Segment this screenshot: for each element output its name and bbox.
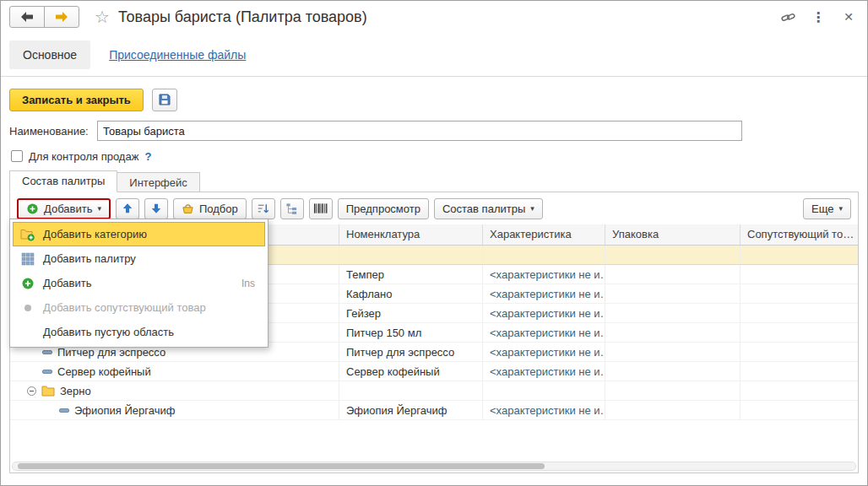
arrow-down-icon <box>150 202 162 214</box>
characteristic-cell <box>483 246 605 264</box>
more-menu-icon[interactable]: ⋮ <box>810 8 827 25</box>
tree-cell: Эфиопия Йергачиф <box>10 401 339 419</box>
menu-item-label: Добавить сопутствующий товар <box>43 301 206 314</box>
barcode-button[interactable] <box>309 198 333 219</box>
packaging-cell <box>605 401 741 419</box>
related-cell <box>741 304 858 322</box>
packaging-cell <box>605 265 741 284</box>
nomenclature-cell: Эфиопия Йергачиф <box>339 401 483 419</box>
scrollbar-thumb[interactable] <box>18 463 545 469</box>
barcode-icon <box>313 202 328 214</box>
tab-palette-composition[interactable]: Состав палитры <box>9 170 117 192</box>
back-button[interactable] <box>9 6 45 28</box>
more-actions-button[interactable]: Еще ▾ <box>803 198 851 219</box>
header-nomenclature[interactable]: Номенклатура <box>339 224 483 245</box>
packaging-cell <box>605 362 741 381</box>
forward-arrow-icon <box>55 11 68 23</box>
packaging-cell <box>605 304 741 322</box>
hierarchy-view-button[interactable] <box>280 198 304 219</box>
characteristic-cell: <характеристики не и… <box>483 284 605 303</box>
packaging-cell <box>605 246 741 264</box>
nomenclature-cell <box>339 246 483 264</box>
page-title: Товары бариста (Палитра товаров) <box>118 8 367 26</box>
chevron-down-icon: ▾ <box>838 205 843 213</box>
move-down-button[interactable] <box>144 198 168 219</box>
nomenclature-cell <box>339 381 483 400</box>
menu-item-add-empty-area[interactable]: Добавить пустую область <box>13 320 265 344</box>
table-row[interactable]: Зерно <box>10 381 858 401</box>
characteristic-cell: <характеристики не и… <box>483 401 605 419</box>
pick-button-label: Подбор <box>199 202 238 215</box>
characteristic-cell: <характеристики не и… <box>483 343 605 361</box>
sort-order-button[interactable] <box>252 198 275 219</box>
move-up-button[interactable] <box>116 198 139 219</box>
name-input[interactable] <box>97 121 742 141</box>
menu-item-add-category[interactable]: Добавить категорию <box>13 222 265 246</box>
header-packaging[interactable]: Упаковка <box>605 224 741 245</box>
nomenclature-cell: Питчер 150 мл <box>339 323 483 342</box>
related-cell <box>741 246 858 264</box>
tree-cell: Зерно <box>10 381 339 400</box>
favorite-star-icon[interactable]: ☆ <box>95 8 110 25</box>
close-icon[interactable]: ✕ <box>840 8 857 25</box>
pick-button[interactable]: Подбор <box>173 198 247 219</box>
name-label: Наименование: <box>9 125 97 138</box>
characteristic-cell: <характеристики не и… <box>483 265 605 284</box>
link-icon[interactable] <box>779 8 796 25</box>
header-related[interactable]: Сопутствующий то… <box>741 224 858 245</box>
tab-main[interactable]: Основное <box>9 40 90 69</box>
arrow-up-icon <box>122 202 133 214</box>
basket-icon <box>182 202 194 215</box>
horizontal-scrollbar[interactable] <box>12 462 856 471</box>
sort-icon <box>257 202 269 215</box>
table-row[interactable]: Сервер кофейный Сервер кофейный <характе… <box>10 362 858 381</box>
add-dropdown-button[interactable]: Добавить ▾ <box>17 198 111 219</box>
characteristic-cell: <характеристики не и… <box>483 304 605 322</box>
packaging-cell <box>605 381 741 400</box>
related-cell <box>741 323 858 342</box>
titlebar: ☆ Товары бариста (Палитра товаров) ⋮ ✕ <box>1 1 867 33</box>
preview-button[interactable]: Предпросмотр <box>338 198 429 219</box>
add-dropdown-menu: Добавить категорию Добавить палитру Доба… <box>9 219 269 348</box>
table-row[interactable]: Эфиопия Йергачиф Эфиопия Йергачиф <харак… <box>10 401 858 420</box>
tab-attached-files[interactable]: Присоединенные файлы <box>109 48 246 62</box>
help-link[interactable]: ? <box>144 150 151 163</box>
preview-button-label: Предпросмотр <box>346 202 420 215</box>
related-cell <box>741 401 858 419</box>
menu-item-add-palette[interactable]: Добавить палитру <box>13 246 265 271</box>
related-cell <box>741 343 858 361</box>
sales-control-checkbox[interactable] <box>11 150 23 162</box>
packaging-cell <box>605 284 741 303</box>
related-cell <box>741 284 858 303</box>
grey-dot-icon <box>21 301 35 315</box>
floppy-icon <box>158 93 171 106</box>
empty-icon-slot <box>20 325 35 339</box>
related-cell <box>741 381 858 400</box>
sales-control-row: Для контроля продаж ? <box>1 146 867 166</box>
plus-circle-icon <box>26 202 39 215</box>
command-bar: Записать и закрыть <box>1 84 867 116</box>
nomenclature-cell: Кафлано <box>339 284 483 303</box>
nomenclature-cell: Сервер кофейный <box>339 362 483 381</box>
save-and-close-button[interactable]: Записать и закрыть <box>9 89 144 111</box>
save-button[interactable] <box>152 89 177 111</box>
related-cell <box>741 265 858 284</box>
menu-item-label: Добавить <box>43 277 91 289</box>
name-field-row: Наименование: <box>1 119 867 143</box>
item-icon <box>59 408 69 413</box>
nomenclature-cell: Темпер <box>339 265 483 284</box>
section-tabs: Основное Присоединенные файлы <box>1 33 867 77</box>
header-characteristic[interactable]: Характеристика <box>483 224 605 245</box>
composition-label: Состав палитры <box>442 202 525 215</box>
collapse-expander-icon[interactable] <box>27 386 36 396</box>
back-arrow-icon <box>20 11 34 23</box>
tree-structure-icon <box>285 202 298 215</box>
menu-item-label: Добавить палитру <box>43 252 136 265</box>
palette-composition-dropdown[interactable]: Состав палитры ▾ <box>434 198 543 219</box>
menu-item-add[interactable]: Добавить Ins <box>13 271 265 295</box>
chevron-down-icon: ▾ <box>530 205 534 213</box>
nomenclature-cell: Питчер для эспрессо <box>339 343 483 361</box>
tab-interface[interactable]: Интерфейс <box>117 172 199 192</box>
forward-button[interactable] <box>44 6 79 28</box>
packaging-cell <box>605 323 741 342</box>
